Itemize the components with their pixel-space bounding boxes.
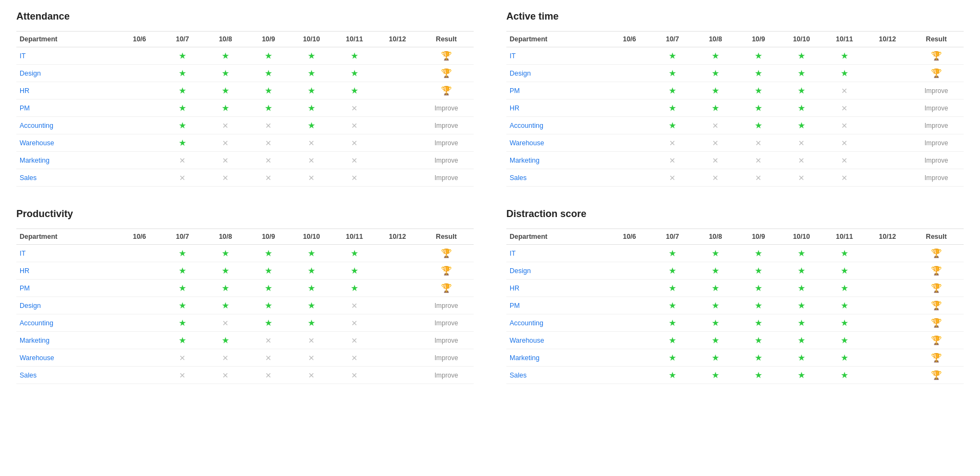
dept-link[interactable]: IT: [20, 52, 26, 60]
table-row: Accounting★✕★★✕Improve: [506, 117, 964, 134]
data-cell-3: ★: [737, 262, 780, 280]
data-cell-5: ✕: [333, 314, 376, 332]
result-cell: Improve: [909, 152, 964, 169]
table-row: Sales✕✕✕✕✕Improve: [16, 367, 474, 384]
cross-icon: ✕: [712, 174, 719, 182]
dept-link[interactable]: Design: [510, 70, 531, 77]
improve-label: Improve: [924, 104, 948, 112]
section-productivity: ProductivityDepartment10/610/710/810/910…: [16, 208, 474, 384]
data-cell-0: [118, 65, 161, 82]
dept-cell: PM: [506, 297, 608, 314]
dept-link[interactable]: HR: [20, 267, 29, 275]
dept-link[interactable]: Sales: [20, 174, 36, 182]
result-cell: Improve: [419, 297, 474, 314]
table-row: PM★★★★★🏆: [506, 297, 964, 314]
trophy-icon: 🏆: [441, 249, 452, 258]
star-icon: ★: [798, 336, 805, 345]
dept-link[interactable]: Design: [20, 70, 41, 77]
star-icon: ★: [712, 370, 719, 380]
col-header-2: 10/7: [651, 229, 694, 245]
data-cell-2: ★: [204, 47, 247, 65]
dept-cell: HR: [506, 100, 608, 117]
star-icon: ★: [669, 266, 676, 275]
dept-link[interactable]: Warehouse: [20, 354, 54, 362]
dept-link[interactable]: Design: [20, 302, 41, 310]
data-cell-2: ✕: [204, 134, 247, 152]
star-icon: ★: [669, 51, 676, 60]
star-icon: ★: [669, 86, 676, 95]
data-cell-2: ✕: [204, 367, 247, 384]
cross-icon: ✕: [222, 156, 229, 165]
dept-link[interactable]: Marketing: [20, 157, 50, 164]
dept-link[interactable]: Design: [510, 267, 531, 275]
result-cell: Improve: [419, 349, 474, 367]
dept-link[interactable]: IT: [20, 250, 26, 257]
dept-link[interactable]: Marketing: [510, 157, 540, 164]
section-distraction-score: Distraction scoreDepartment10/610/710/81…: [506, 208, 964, 384]
table-row: Warehouse★✕✕✕✕Improve: [16, 134, 474, 152]
data-cell-2: ✕: [204, 152, 247, 169]
data-cell-3: ★: [247, 82, 290, 100]
data-cell-4: ★: [780, 65, 823, 82]
dept-link[interactable]: Warehouse: [510, 337, 544, 344]
data-cell-3: ★: [737, 349, 780, 367]
dept-link[interactable]: IT: [510, 52, 516, 60]
dept-link[interactable]: Warehouse: [510, 139, 544, 147]
star-icon: ★: [265, 86, 272, 95]
star-icon: ★: [179, 51, 186, 60]
data-cell-0: [118, 134, 161, 152]
cross-icon: ✕: [179, 371, 186, 380]
data-cell-3: ✕: [737, 152, 780, 169]
dept-link[interactable]: Accounting: [20, 122, 53, 129]
dept-link[interactable]: HR: [510, 285, 519, 292]
data-cell-5: ★: [333, 47, 376, 65]
data-cell-3: ★: [247, 297, 290, 314]
star-icon: ★: [265, 51, 272, 60]
cross-icon: ✕: [669, 139, 676, 147]
dept-link[interactable]: Accounting: [20, 319, 53, 327]
dept-cell: Warehouse: [16, 349, 118, 367]
data-cell-2: ★: [694, 262, 737, 280]
dept-link[interactable]: IT: [510, 250, 516, 257]
dept-link[interactable]: Accounting: [510, 122, 543, 129]
dept-link[interactable]: HR: [510, 104, 519, 112]
dept-link[interactable]: Warehouse: [20, 139, 54, 147]
star-icon: ★: [351, 249, 358, 258]
col-header-1: 10/6: [118, 229, 161, 245]
result-cell: Improve: [419, 134, 474, 152]
dept-link[interactable]: Sales: [510, 372, 526, 379]
dept-link[interactable]: Sales: [20, 372, 36, 379]
data-cell-3: ✕: [247, 117, 290, 134]
data-cell-6: [376, 349, 419, 367]
dept-link[interactable]: PM: [510, 302, 520, 310]
data-cell-6: [376, 245, 419, 262]
data-cell-6: [376, 134, 419, 152]
table-row: Accounting★✕✕★✕Improve: [16, 117, 474, 134]
dept-link[interactable]: HR: [20, 87, 29, 95]
cross-icon: ✕: [712, 121, 719, 130]
dept-link[interactable]: Marketing: [20, 337, 50, 344]
dept-link[interactable]: PM: [20, 285, 30, 292]
data-cell-2: ✕: [694, 117, 737, 134]
data-cell-2: ✕: [204, 169, 247, 187]
table-row: HR★★★★★🏆: [16, 262, 474, 280]
star-icon: ★: [222, 301, 229, 310]
dept-link[interactable]: PM: [510, 87, 520, 95]
data-cell-5: ★: [333, 245, 376, 262]
col-header-4: 10/9: [247, 32, 290, 47]
data-cell-2: ★: [694, 367, 737, 384]
data-cell-5: ✕: [333, 367, 376, 384]
data-cell-0: [608, 169, 651, 187]
cross-icon: ✕: [841, 156, 848, 165]
cross-icon: ✕: [712, 139, 719, 147]
dept-link[interactable]: PM: [20, 104, 30, 112]
dept-link[interactable]: Accounting: [510, 319, 543, 327]
table-row: Design★★★★★🏆: [16, 65, 474, 82]
data-cell-3: ★: [737, 314, 780, 332]
dept-link[interactable]: Sales: [510, 174, 526, 182]
col-header-8: Result: [909, 229, 964, 245]
trophy-icon: 🏆: [931, 318, 942, 327]
improve-label: Improve: [924, 174, 948, 182]
dept-link[interactable]: Marketing: [510, 354, 540, 362]
trophy-icon: 🏆: [931, 370, 942, 380]
